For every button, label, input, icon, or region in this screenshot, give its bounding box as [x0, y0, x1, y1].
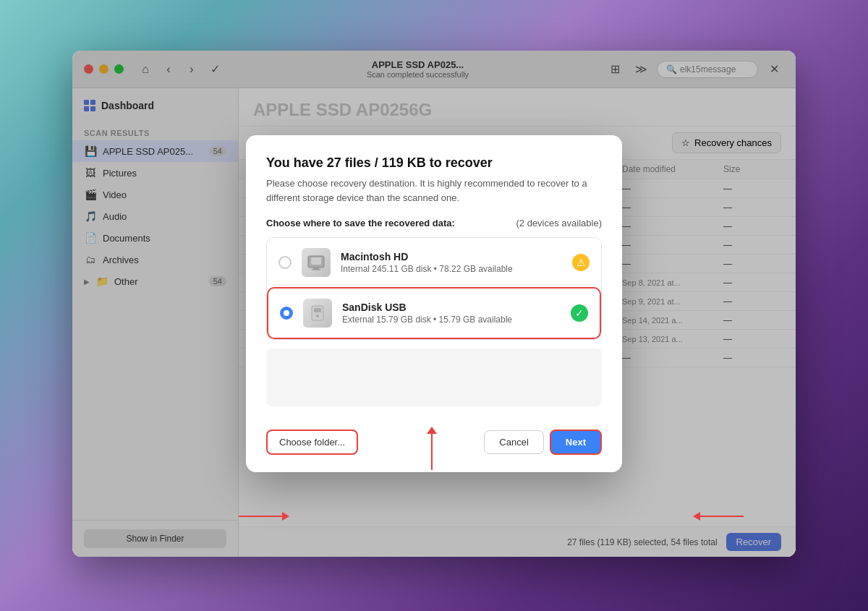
sandisk-icon — [303, 299, 332, 328]
sandisk-radio[interactable] — [280, 307, 293, 320]
app-window: ⌂ ‹ › ✓ APPLE SSD AP025... Scan complete… — [72, 51, 796, 557]
arrow-left-to-next — [693, 512, 744, 521]
sandisk-details: External 15.79 GB disk • 15.79 GB availa… — [342, 315, 561, 325]
modal-overlay: You have 27 files / 119 KB to recover Pl… — [72, 51, 796, 557]
device-macintosh-hd[interactable]: Macintosh HD Internal 245.11 GB disk • 7… — [267, 238, 601, 287]
sandisk-name: SanDisk USB — [342, 302, 561, 313]
modal-choose-label: Choose where to save the recovered data:… — [266, 218, 602, 228]
devices-available: (2 devices available) — [516, 218, 602, 228]
device-sandisk-usb[interactable]: SanDisk USB External 15.79 GB disk • 15.… — [267, 287, 601, 339]
svg-rect-3 — [312, 269, 320, 270]
next-button[interactable]: Next — [550, 430, 602, 455]
macintosh-hd-details: Internal 245.11 GB disk • 78.22 GB avail… — [341, 264, 562, 274]
macintosh-hd-info: Macintosh HD Internal 245.11 GB disk • 7… — [341, 251, 562, 274]
arrow-head-left — [693, 512, 700, 521]
recovery-modal: You have 27 files / 119 KB to recover Pl… — [246, 135, 622, 472]
ok-icon: ✓ — [571, 304, 588, 322]
macintosh-hd-radio[interactable] — [278, 256, 292, 269]
folder-placeholder — [266, 349, 602, 406]
choose-folder-button[interactable]: Choose folder... — [266, 430, 358, 455]
svg-rect-5 — [314, 308, 321, 312]
arrow-line-h — [239, 516, 282, 517]
arrow-up-indicator — [427, 427, 437, 470]
svg-rect-1 — [311, 257, 321, 265]
arrow-line-h2 — [700, 516, 744, 517]
svg-point-6 — [316, 315, 319, 317]
macintosh-hd-icon — [302, 248, 331, 277]
warning-icon: ⚠ — [572, 254, 590, 271]
device-list: Macintosh HD Internal 245.11 GB disk • 7… — [266, 237, 602, 340]
cancel-button[interactable]: Cancel — [484, 430, 543, 454]
arrow-line — [431, 434, 433, 470]
modal-subtitle: Please choose recovery destination. It i… — [266, 176, 602, 205]
arrow-head-up — [427, 427, 437, 434]
macintosh-hd-name: Macintosh HD — [341, 251, 562, 262]
arrow-head-right — [282, 512, 289, 521]
sandisk-info: SanDisk USB External 15.79 GB disk • 15.… — [342, 302, 561, 325]
modal-body: You have 27 files / 119 KB to recover Pl… — [246, 135, 622, 406]
arrow-right-to-folder — [239, 512, 289, 521]
modal-title: You have 27 files / 119 KB to recover — [266, 155, 602, 171]
